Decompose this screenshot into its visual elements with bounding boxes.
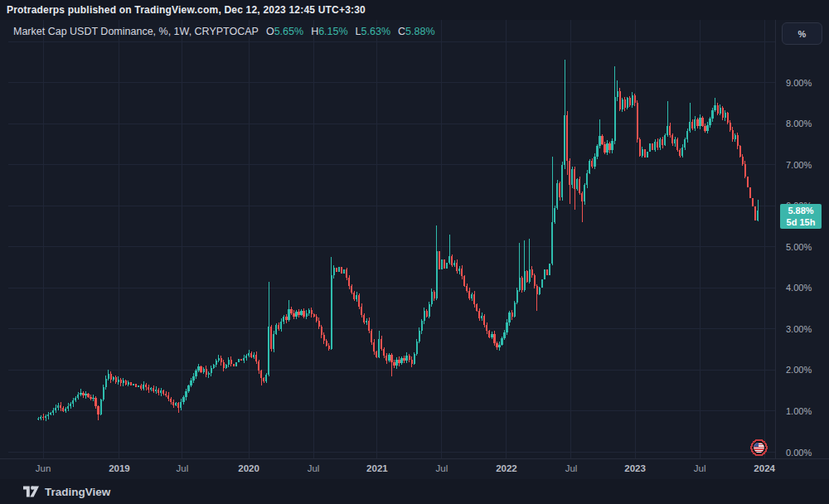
ohlc-low: L5.63%	[356, 26, 390, 37]
tradingview-published-chart: { "banner": { "text": "Protraderps publi…	[0, 0, 829, 504]
published-banner: Protraderps published on TradingView.com…	[0, 0, 829, 20]
price-axis-label: 2.00%	[786, 364, 812, 376]
chart-pane[interactable]: Market Cap USDT Dominance, %, 1W, CRYPTO…	[0, 20, 775, 458]
price-axis-label: 3.00%	[786, 323, 812, 335]
tradingview-brand-link[interactable]: TradingView	[45, 486, 110, 498]
ohlc-close: C5.88%	[398, 26, 434, 37]
time-axis-label: 2020	[230, 463, 267, 473]
time-axis-label: 2023	[617, 463, 653, 473]
price-axis-label: 8.00%	[786, 118, 812, 129]
price-axis-label: 9.00%	[786, 77, 812, 89]
last-price-label[interactable]: 5.88% 5d 15h	[780, 204, 822, 229]
price-axis-label: 4.00%	[786, 282, 812, 293]
time-axis-label: Jun	[25, 463, 61, 473]
published-banner-text: Protraderps published on TradingView.com…	[7, 4, 366, 16]
price-axis-label: 5.00%	[786, 241, 812, 253]
percent-unit-button[interactable]: %	[782, 22, 822, 45]
ohlc-open: O5.65%	[266, 26, 303, 37]
time-axis-label: Jul	[424, 463, 460, 473]
symbol-flag-icon	[751, 440, 767, 456]
chart-legend: Market Cap USDT Dominance, %, 1W, CRYPTO…	[13, 26, 435, 37]
price-axis-label: 1.00%	[786, 405, 812, 417]
price-axis-label: 0.00%	[786, 447, 812, 458]
time-axis-label: 2022	[488, 463, 525, 473]
symbol-title[interactable]: Market Cap USDT Dominance, %, 1W, CRYPTO…	[13, 26, 259, 37]
tradingview-logo-icon[interactable]	[23, 486, 39, 498]
ohlc-high: H6.15%	[311, 26, 347, 37]
candlestick-chart[interactable]	[0, 20, 775, 458]
time-axis-label: 2021	[359, 463, 395, 473]
time-axis-label: Jul	[295, 463, 332, 473]
time-axis-label: 2019	[101, 463, 138, 473]
bar-countdown: 5d 15h	[787, 216, 816, 228]
time-axis-label: Jul	[553, 463, 589, 473]
time-axis[interactable]: Jun2019Jul2020Jul2021Jul2022Jul2023Jul20…	[0, 458, 829, 479]
price-axis[interactable]: 0.00%1.00%2.00%3.00%4.00%5.00%6.00%7.00%…	[775, 20, 829, 458]
time-axis-label: 2024	[746, 463, 783, 473]
time-axis-label: Jul	[164, 463, 201, 473]
last-price-value: 5.88%	[788, 205, 813, 216]
footer-bar: TradingView	[0, 479, 829, 504]
price-axis-label: 7.00%	[786, 159, 812, 171]
time-axis-label: Jul	[681, 463, 718, 473]
candles-group	[37, 60, 759, 420]
